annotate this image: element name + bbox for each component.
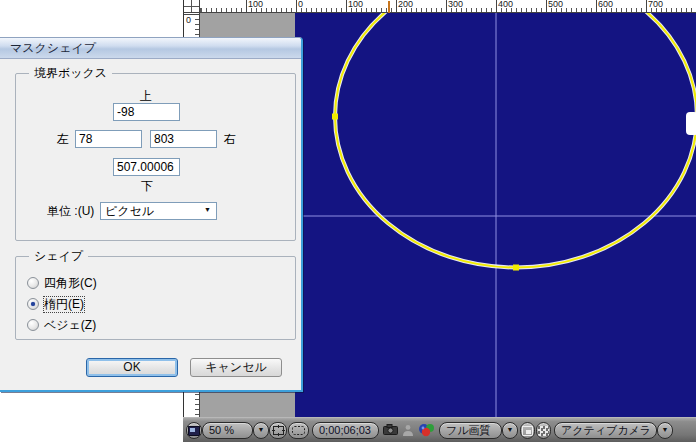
app-screen: 100 0 100 200 300 400 500 600 700 0 (0, 0, 696, 442)
show-snapshot-button[interactable] (402, 424, 414, 439)
ruler-label: 0 (186, 16, 191, 25)
safe-zones-icon (272, 425, 285, 436)
cancel-button[interactable]: キャンセル (190, 358, 282, 377)
units-dropdown[interactable]: ピクセル (100, 202, 217, 220)
view-dropdown[interactable]: アクティブカメラ (554, 422, 657, 439)
ruler-label: 100 (348, 0, 363, 9)
radio-rectangle-label: 四角形(C) (44, 276, 97, 291)
horizontal-ruler[interactable]: 100 0 100 200 300 400 500 600 700 (200, 0, 696, 13)
right-label: 右 (224, 132, 236, 146)
ruler-tick (546, 0, 547, 13)
radio-bezier-label: ベジェ(Z) (44, 318, 96, 333)
bottom-label: 下 (141, 179, 153, 193)
comp-panel-statusbar: 50 % 0;00;06;03 (183, 417, 696, 442)
bottom-input[interactable] (113, 158, 180, 176)
snapshot-button[interactable] (383, 424, 398, 438)
magnification-dropdown[interactable]: 50 % (202, 422, 253, 439)
timecode-value: 0;00;06;03 (319, 424, 371, 436)
target-region-button[interactable] (520, 422, 535, 439)
mask-vertex-right[interactable] (686, 112, 696, 135)
shape-legend: シェイプ (29, 249, 88, 263)
ruler-tick (296, 0, 297, 13)
radio-ellipse-label: 楕円(E) (44, 297, 84, 312)
checkerboard-icon (538, 426, 549, 436)
ruler-tick (346, 0, 347, 13)
view-value: アクティブカメラ (561, 424, 651, 436)
mask-vertex-left[interactable] (332, 114, 338, 120)
ruler-label: 500 (548, 0, 563, 9)
dialog-title-text: マスクシェイプ (10, 41, 96, 55)
ruler-label: 700 (648, 0, 663, 9)
quality-value: フル画質 (446, 424, 491, 436)
ruler-tick (646, 0, 647, 13)
ok-button[interactable]: OK (86, 358, 178, 377)
magnification-value: 50 % (209, 424, 234, 436)
ruler-label: 300 (448, 0, 463, 9)
ruler-tick (496, 0, 497, 13)
quality-dropdown[interactable]: フル画質 (439, 422, 502, 439)
mask-shape-dialog: マスクシェイプ 境界ボックス 上 左 右 下 単位 :(U) ピクセル シェイプ… (0, 37, 303, 392)
left-label: 左 (57, 132, 69, 146)
mask-path-ruler-crossing (388, 1, 390, 13)
timecode-field[interactable]: 0;00;06;03 (312, 422, 379, 439)
radio-circle-icon[interactable] (27, 277, 39, 289)
ruler-tick (446, 0, 447, 13)
ruler-label: 100 (248, 0, 263, 9)
units-value: ピクセル (105, 204, 154, 219)
composition-viewport[interactable] (295, 13, 696, 417)
radio-circle-icon[interactable] (27, 298, 39, 310)
person-icon (402, 424, 414, 436)
ruler-tick (596, 0, 597, 13)
left-input[interactable] (75, 130, 142, 148)
transparency-grid-button[interactable] (536, 422, 551, 439)
ruler-tick (246, 0, 247, 13)
ruler-tick (396, 0, 397, 13)
magnification-dropdown-arrow[interactable] (253, 422, 269, 439)
region-of-interest-icon (291, 425, 306, 436)
target-region-icon (522, 426, 533, 436)
ruler-label: 600 (598, 0, 613, 9)
safe-zones-button[interactable] (269, 422, 287, 439)
ruler-label: 0 (298, 0, 303, 9)
top-label: 上 (140, 89, 152, 103)
ruler-label: 400 (498, 0, 513, 9)
quality-dropdown-arrow[interactable] (502, 422, 518, 439)
always-preview-button[interactable] (186, 422, 202, 439)
mask-vertex-bottom[interactable] (513, 265, 519, 271)
region-of-interest-button[interactable] (288, 422, 309, 439)
top-input[interactable] (113, 103, 180, 121)
chevron-down-icon[interactable] (201, 204, 214, 218)
rgb-channels-icon (417, 423, 436, 437)
view-dropdown-arrow[interactable] (657, 422, 673, 439)
right-input[interactable] (150, 130, 217, 148)
composition-canvas[interactable] (295, 13, 696, 417)
monitor-icon (188, 426, 200, 436)
radio-circle-icon[interactable] (27, 319, 39, 331)
ruler-origin-box[interactable] (183, 0, 200, 13)
bounding-box-legend: 境界ボックス (29, 66, 112, 80)
ruler-label: 200 (398, 0, 413, 9)
units-label: 単位 :(U) (47, 204, 94, 218)
dialog-titlebar[interactable]: マスクシェイプ (0, 38, 301, 59)
show-channel-button[interactable] (417, 423, 436, 440)
camera-icon (383, 424, 398, 435)
